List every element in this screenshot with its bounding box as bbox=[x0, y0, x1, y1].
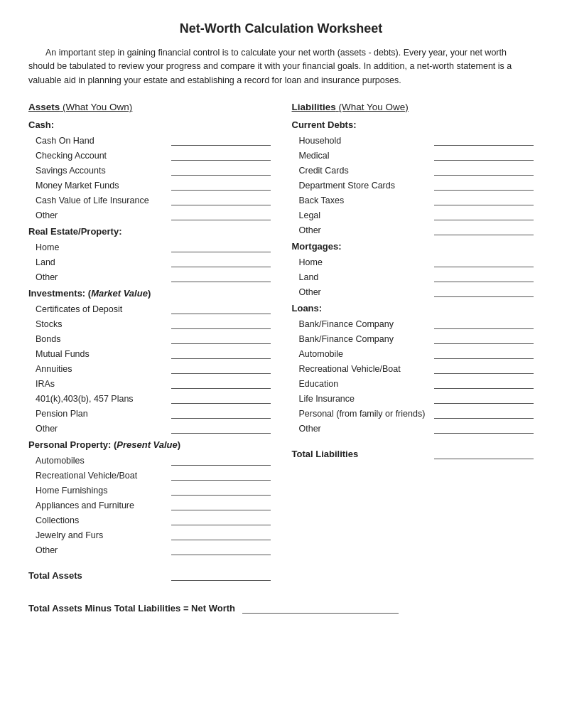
realestate-home-input[interactable] bbox=[171, 240, 271, 252]
list-item: Education bbox=[292, 376, 534, 389]
total-liabilities-row: Total Liabilities bbox=[292, 446, 534, 459]
credit-cards-input[interactable] bbox=[434, 163, 534, 176]
bank-finance-2-input[interactable] bbox=[434, 331, 534, 344]
assets-personal-property-heading: Personal Property: (Present Value) bbox=[28, 439, 271, 450]
list-item: Automobiles bbox=[28, 453, 271, 466]
list-item: Stocks bbox=[28, 316, 271, 329]
list-item: Other bbox=[28, 421, 271, 434]
assets-realestate-heading: Real Estate/Property: bbox=[28, 226, 271, 237]
page-title: Net-Worth Calculation Worksheet bbox=[28, 21, 534, 36]
list-item: Annuities bbox=[28, 361, 271, 374]
investments-other-input[interactable] bbox=[171, 421, 271, 434]
liabilities-heading: Liabilities (What You Owe) bbox=[292, 102, 534, 112]
automobiles-input[interactable] bbox=[171, 453, 271, 466]
annuities-input[interactable] bbox=[171, 361, 271, 374]
mortgage-land-input[interactable] bbox=[434, 269, 534, 282]
total-assets-row: Total Assets bbox=[28, 568, 271, 581]
assets-heading: Assets (What You Own) bbox=[28, 102, 271, 112]
automobile-loan-input[interactable] bbox=[434, 346, 534, 359]
list-item: Mutual Funds bbox=[28, 346, 271, 359]
list-item: Personal (from family or friends) bbox=[292, 406, 534, 419]
bonds-input[interactable] bbox=[171, 331, 271, 344]
household-input[interactable] bbox=[434, 133, 534, 146]
total-liabilities-label: Total Liabilities bbox=[292, 449, 359, 459]
education-loan-input[interactable] bbox=[434, 376, 534, 389]
bank-finance-1-input[interactable] bbox=[434, 316, 534, 329]
list-item: Land bbox=[292, 269, 534, 282]
savings-accounts-input[interactable] bbox=[171, 163, 271, 176]
list-item: Back Taxes bbox=[292, 193, 534, 205]
back-taxes-input[interactable] bbox=[434, 193, 534, 205]
medical-input[interactable] bbox=[434, 148, 534, 161]
list-item: Certificates of Deposit bbox=[28, 301, 271, 314]
net-worth-label: Total Assets Minus Total Liabilities = N… bbox=[28, 603, 235, 614]
personal-loan-input[interactable] bbox=[434, 406, 534, 419]
mutual-funds-input[interactable] bbox=[171, 346, 271, 359]
certificates-deposit-input[interactable] bbox=[171, 301, 271, 314]
cash-on-hand-input[interactable] bbox=[171, 133, 271, 146]
list-item: Department Store Cards bbox=[292, 178, 534, 191]
money-market-funds-input[interactable] bbox=[171, 178, 271, 191]
list-item: Money Market Funds bbox=[28, 178, 271, 191]
list-item: Bonds bbox=[28, 331, 271, 344]
realestate-other-input[interactable] bbox=[171, 269, 271, 282]
list-item: Other bbox=[28, 208, 271, 220]
total-liabilities-input[interactable] bbox=[434, 446, 534, 459]
net-worth-row: Total Assets Minus Total Liabilities = N… bbox=[28, 601, 534, 614]
legal-input[interactable] bbox=[434, 208, 534, 220]
retirement-plans-input[interactable] bbox=[171, 391, 271, 404]
list-item: Appliances and Furniture bbox=[28, 498, 271, 510]
assets-column: Assets (What You Own) Cash: Cash On Hand… bbox=[28, 102, 271, 581]
checking-account-input[interactable] bbox=[171, 148, 271, 161]
home-furnishings-input[interactable] bbox=[171, 483, 271, 496]
assets-investments-heading: Investments: (Market Value) bbox=[28, 288, 271, 299]
liabilities-column: Liabilities (What You Owe) Current Debts… bbox=[292, 102, 534, 459]
realestate-land-input[interactable] bbox=[171, 255, 271, 267]
total-assets-input[interactable] bbox=[171, 568, 271, 581]
list-item: Bank/Finance Company bbox=[292, 331, 534, 344]
list-item: Pension Plan bbox=[28, 406, 271, 419]
list-item: Other bbox=[292, 223, 534, 235]
recreational-vehicle-boat-liabilities-input[interactable] bbox=[434, 361, 534, 374]
collections-input[interactable] bbox=[171, 513, 271, 525]
list-item: Jewelry and Furs bbox=[28, 528, 271, 540]
list-item: Savings Accounts bbox=[28, 163, 271, 176]
iras-input[interactable] bbox=[171, 376, 271, 389]
list-item: Medical bbox=[292, 148, 534, 161]
loans-other-input[interactable] bbox=[434, 421, 534, 434]
list-item: Home bbox=[292, 255, 534, 267]
list-item: Home bbox=[28, 240, 271, 252]
loans-heading: Loans: bbox=[292, 303, 534, 314]
list-item: Collections bbox=[28, 513, 271, 525]
intro-text: An important step in gaining financial c… bbox=[28, 46, 534, 87]
list-item: 401(k),403(b), 457 Plans bbox=[28, 391, 271, 404]
jewelry-furs-input[interactable] bbox=[171, 528, 271, 540]
life-insurance-loan-input[interactable] bbox=[434, 391, 534, 404]
current-debts-heading: Current Debts: bbox=[292, 119, 534, 130]
net-worth-input[interactable] bbox=[242, 601, 399, 614]
mortgages-heading: Mortgages: bbox=[292, 241, 534, 252]
stocks-input[interactable] bbox=[171, 316, 271, 329]
list-item: Other bbox=[28, 269, 271, 282]
cash-value-life-insurance-input[interactable] bbox=[171, 193, 271, 205]
department-store-cards-input[interactable] bbox=[434, 178, 534, 191]
list-item: Land bbox=[28, 255, 271, 267]
list-item: Life Insurance bbox=[292, 391, 534, 404]
appliances-furniture-input[interactable] bbox=[171, 498, 271, 510]
list-item: Other bbox=[28, 542, 271, 555]
list-item: Home Furnishings bbox=[28, 483, 271, 496]
list-item: Credit Cards bbox=[292, 163, 534, 176]
personal-property-other-input[interactable] bbox=[171, 542, 271, 555]
list-item: Recreational Vehicle/Boat bbox=[292, 361, 534, 374]
list-item: Checking Account bbox=[28, 148, 271, 161]
cash-other-input[interactable] bbox=[171, 208, 271, 220]
mortgage-other-input[interactable] bbox=[434, 284, 534, 297]
mortgage-home-input[interactable] bbox=[434, 255, 534, 267]
assets-cash-heading: Cash: bbox=[28, 119, 271, 130]
recreational-vehicle-boat-assets-input[interactable] bbox=[171, 468, 271, 481]
current-debts-other-input[interactable] bbox=[434, 223, 534, 235]
pension-plan-input[interactable] bbox=[171, 406, 271, 419]
total-assets-label: Total Assets bbox=[28, 570, 82, 581]
list-item: Other bbox=[292, 421, 534, 434]
list-item: Other bbox=[292, 284, 534, 297]
